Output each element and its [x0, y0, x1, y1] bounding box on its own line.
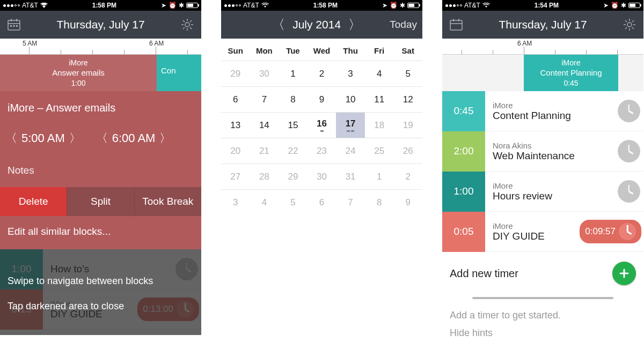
calendar-day[interactable]: 3	[221, 189, 250, 215]
calendar-day[interactable]: 11	[365, 86, 394, 112]
month-title[interactable]: July 2014	[292, 18, 341, 31]
calendar-day[interactable]: 15	[279, 112, 308, 138]
calendar-day[interactable]: 10	[336, 86, 365, 112]
calendar-day[interactable]: 26	[393, 138, 422, 163]
timeline-ruler[interactable]: 5 AM 6 AM	[0, 39, 201, 55]
timeline-ruler[interactable]: 6 AM	[442, 39, 643, 55]
calendar-icon[interactable]	[448, 16, 465, 33]
calendar-day[interactable]: 6	[308, 189, 336, 215]
calendar-day[interactable]: 29	[279, 163, 308, 189]
svg-line-26	[632, 27, 634, 29]
calendar-day[interactable]: 28	[250, 163, 279, 189]
chevron-right-icon[interactable]: 〉	[69, 130, 81, 146]
chevron-left-icon[interactable]: 〈	[96, 130, 108, 146]
calendar-icon[interactable]	[5, 16, 23, 33]
split-button[interactable]: Split	[67, 187, 134, 216]
timeline[interactable]: iMore Content Planning 0:45	[442, 55, 643, 91]
duration-box: 0:15	[0, 289, 43, 330]
calendar-day[interactable]: 2	[308, 61, 336, 86]
add-timer-row[interactable]: Add new timer	[442, 252, 643, 296]
calendar-day[interactable]: 16	[308, 112, 336, 138]
calendar-day[interactable]: 27	[221, 163, 250, 189]
end-time-picker[interactable]: 〈 6:00 AM 〉	[96, 130, 172, 146]
delete-button[interactable]: Delete	[0, 187, 67, 216]
calendar-day[interactable]: 7	[336, 189, 365, 215]
prev-month-button[interactable]: 〈	[272, 16, 285, 33]
clock-icon[interactable]	[618, 100, 640, 122]
project-label: iMore	[493, 221, 580, 230]
start-time-picker[interactable]: 〈 5:00 AM 〉	[5, 130, 81, 146]
took-break-button[interactable]: Took Break	[135, 187, 201, 216]
calendar-day[interactable]: 5	[393, 61, 422, 86]
calendar-day[interactable]: 8	[365, 189, 394, 215]
calendar-day[interactable]: 25	[365, 138, 394, 163]
today-button[interactable]: Today	[390, 19, 417, 31]
hide-hints-button[interactable]: Hide hints	[442, 325, 643, 343]
add-button[interactable]	[612, 262, 636, 285]
calendar-day[interactable]: 8	[279, 86, 308, 112]
chevron-right-icon[interactable]: 〉	[159, 130, 171, 146]
chevron-left-icon[interactable]: 〈	[5, 130, 17, 146]
next-month-button[interactable]: 〉	[348, 16, 361, 33]
gear-icon[interactable]	[179, 16, 196, 33]
calendar-day[interactable]: 2	[393, 163, 422, 189]
wifi-icon	[261, 3, 269, 8]
notes-field[interactable]: Notes	[0, 159, 201, 187]
calendar-day[interactable]: 3	[336, 61, 365, 86]
edit-similar-button[interactable]: Edit all similar blocks...	[0, 216, 201, 249]
timeline-block[interactable]: Con	[157, 55, 201, 91]
calendar-day[interactable]: 30	[250, 61, 279, 86]
nav-title[interactable]: Thursday, July 17	[499, 18, 587, 31]
calendar-day[interactable]: 30	[308, 163, 336, 189]
task-label: DIY GUIDE	[493, 230, 580, 242]
project-label: Nora Akins	[493, 141, 614, 150]
calendar-day[interactable]: 9	[393, 189, 422, 215]
ruler-label: 6 AM	[149, 40, 164, 47]
list-item[interactable]: 1:00iMoreHours review	[442, 172, 643, 212]
calendar-day[interactable]: 14	[250, 112, 279, 138]
calendar-day[interactable]: 21	[250, 138, 279, 163]
list-item[interactable]: 0:45iMoreContent Planning	[442, 91, 643, 131]
status-bar: AT&T 1:58 PM ➤ ⏰ ✱	[221, 0, 422, 11]
calendar-day[interactable]: 24	[336, 138, 365, 163]
calendar-day[interactable]: 19	[393, 112, 422, 138]
calendar-day[interactable]: 5	[279, 189, 308, 215]
duration-box: 0:05	[442, 212, 485, 252]
calendar-day[interactable]: 31	[336, 163, 365, 189]
duration-box: 2:00	[442, 131, 485, 172]
timeline[interactable]: iMore Answer emails 1:00 Con	[0, 55, 201, 91]
nav-title[interactable]: Thursday, July 17	[56, 18, 144, 31]
dimmed-backdrop[interactable]: 1:00 How to's 0:15 iMore DIY GUIDE 0:13:…	[0, 249, 201, 335]
calendar-day[interactable]: 22	[279, 138, 308, 163]
timeline-block[interactable]: iMore Content Planning 0:45	[524, 55, 618, 91]
calendar-day[interactable]: 20	[221, 138, 250, 163]
calendar-day[interactable]: 1	[279, 61, 308, 86]
calendar-day[interactable]: 29	[221, 61, 250, 86]
list-item[interactable]: 0:05iMoreDIY GUIDE0:09:57	[442, 212, 643, 252]
status-bar: AT&T 1:58 PM ➤ ⏰ ✱	[0, 0, 201, 11]
calendar-day[interactable]: 13	[221, 112, 250, 138]
calendar-day[interactable]: 4	[365, 61, 394, 86]
active-timer[interactable]: 0:09:57	[580, 220, 641, 243]
calendar-day[interactable]: 4	[250, 189, 279, 215]
list-item[interactable]: 2:00Nora AkinsWeb Maintenance	[442, 131, 643, 172]
calendar-day[interactable]: 12	[393, 86, 422, 112]
calendar-day[interactable]: 17	[336, 112, 365, 138]
gear-icon[interactable]	[621, 16, 638, 33]
calendar-day[interactable]: 23	[308, 138, 336, 163]
location-icon: ➤	[161, 2, 166, 9]
carrier-label: AT&T	[22, 2, 38, 9]
edit-title[interactable]: iMore – Answer emails	[0, 91, 201, 126]
calendar-day[interactable]: 9	[308, 86, 336, 112]
clock-icon[interactable]	[618, 140, 640, 162]
clock-icon[interactable]	[618, 180, 640, 203]
calendar-day[interactable]: 7	[250, 86, 279, 112]
battery-icon	[628, 3, 640, 8]
calendar-day[interactable]: 18	[365, 112, 394, 138]
svg-line-14	[190, 20, 192, 22]
nav-bar: Thursday, July 17	[0, 11, 201, 39]
clock-icon	[177, 301, 194, 318]
calendar-day[interactable]: 1	[365, 163, 394, 189]
calendar-day[interactable]: 6	[221, 86, 250, 112]
timeline-block[interactable]: iMore Answer emails 1:00	[0, 55, 157, 91]
